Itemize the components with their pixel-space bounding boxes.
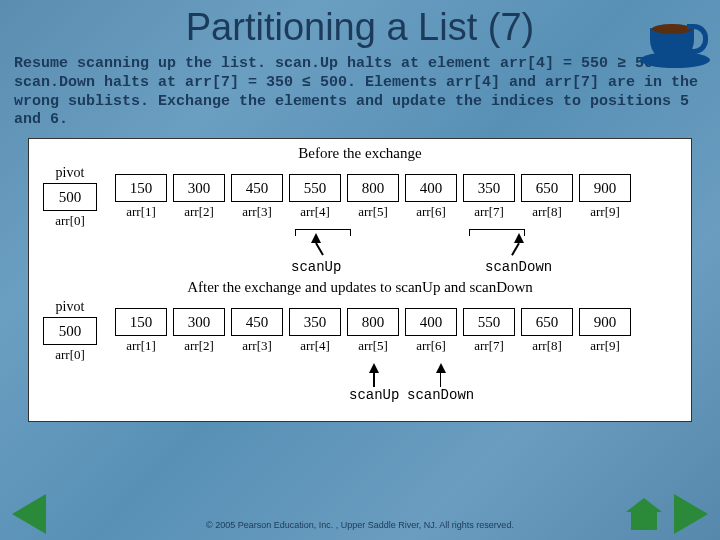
array-cell: 650arr[8]: [521, 308, 573, 354]
cell-value: 650: [521, 308, 573, 336]
scandown-label: scanDown: [407, 387, 474, 403]
cell-value: 350: [289, 308, 341, 336]
cell-label: arr[2]: [184, 204, 214, 220]
scandown-pointer: scanDown: [485, 233, 552, 275]
cell-value: 650: [521, 174, 573, 202]
scandown-pointer: scanDown: [407, 363, 474, 403]
scanup-pointer: scanUp: [291, 233, 341, 275]
after-caption: After the exchange and updates to scanUp…: [37, 279, 683, 296]
scanup-pointer: scanUp: [349, 363, 399, 403]
array-cell: 350arr[4]: [289, 308, 341, 354]
array-cell: 800arr[5]: [347, 174, 399, 220]
arr0-label: arr[0]: [55, 213, 85, 229]
array-cell: 900arr[9]: [579, 308, 631, 354]
cell-value: 800: [347, 174, 399, 202]
pivot-label: pivot: [56, 299, 85, 315]
cell-label: arr[9]: [590, 204, 620, 220]
array-cell: 350arr[7]: [463, 174, 515, 220]
scandown-label: scanDown: [485, 259, 552, 275]
cell-value: 800: [347, 308, 399, 336]
after-pointers: scanUp scanDown: [115, 363, 683, 407]
cell-value: 400: [405, 174, 457, 202]
array-cell: 150arr[1]: [115, 174, 167, 220]
array-cell: 300arr[2]: [173, 174, 225, 220]
cell-value: 900: [579, 174, 631, 202]
scanup-label: scanUp: [291, 259, 341, 275]
cell-value: 550: [463, 308, 515, 336]
coffee-cup-icon: [640, 8, 710, 68]
cell-label: arr[3]: [242, 204, 272, 220]
cell-value: 400: [405, 308, 457, 336]
cell-label: arr[2]: [184, 338, 214, 354]
scanup-label: scanUp: [349, 387, 399, 403]
cell-label: arr[5]: [358, 338, 388, 354]
home-button[interactable]: [626, 498, 662, 534]
array-cell: 300arr[2]: [173, 308, 225, 354]
after-block: After the exchange and updates to scanUp…: [37, 279, 683, 407]
array-cell: 400arr[6]: [405, 174, 457, 220]
cell-label: arr[3]: [242, 338, 272, 354]
cell-label: arr[4]: [300, 204, 330, 220]
cell-label: arr[8]: [532, 204, 562, 220]
array-cell: 150arr[1]: [115, 308, 167, 354]
cell-label: arr[7]: [474, 204, 504, 220]
before-pointers: scanUp scanDown: [115, 229, 683, 273]
cell-label: arr[9]: [590, 338, 620, 354]
pivot-value: 500: [43, 317, 97, 345]
cell-value: 300: [173, 308, 225, 336]
cell-label: arr[8]: [532, 338, 562, 354]
partition-figure: Before the exchange pivot 500 arr[0] 150…: [28, 138, 692, 422]
before-caption: Before the exchange: [37, 145, 683, 162]
array-cell: 800arr[5]: [347, 308, 399, 354]
next-slide-button[interactable]: [674, 494, 708, 534]
cell-label: arr[4]: [300, 338, 330, 354]
array-cell: 550arr[4]: [289, 174, 341, 220]
cell-label: arr[7]: [474, 338, 504, 354]
page-title: Partitioning a List (7): [0, 0, 720, 49]
cell-label: arr[1]: [126, 204, 156, 220]
cell-label: arr[1]: [126, 338, 156, 354]
pivot-label: pivot: [56, 165, 85, 181]
copyright-footer: © 2005 Pearson Education, Inc. , Upper S…: [0, 520, 720, 530]
array-cell: 450arr[3]: [231, 174, 283, 220]
cell-value: 900: [579, 308, 631, 336]
cell-value: 150: [115, 174, 167, 202]
cell-value: 300: [173, 174, 225, 202]
description-text: Resume scanning up the list. scan.Up hal…: [0, 49, 720, 138]
arr0-label: arr[0]: [55, 347, 85, 363]
cell-value: 350: [463, 174, 515, 202]
array-cell: 450arr[3]: [231, 308, 283, 354]
cell-value: 450: [231, 308, 283, 336]
cell-value: 150: [115, 308, 167, 336]
before-block: Before the exchange pivot 500 arr[0] 150…: [37, 145, 683, 273]
array-cell: 550arr[7]: [463, 308, 515, 354]
cell-label: arr[5]: [358, 204, 388, 220]
cell-label: arr[6]: [416, 338, 446, 354]
array-cell: 400arr[6]: [405, 308, 457, 354]
array-cell: 900arr[9]: [579, 174, 631, 220]
array-cell: 650arr[8]: [521, 174, 573, 220]
pivot-value: 500: [43, 183, 97, 211]
previous-slide-button[interactable]: [12, 494, 46, 534]
cell-label: arr[6]: [416, 204, 446, 220]
cell-value: 550: [289, 174, 341, 202]
cell-value: 450: [231, 174, 283, 202]
